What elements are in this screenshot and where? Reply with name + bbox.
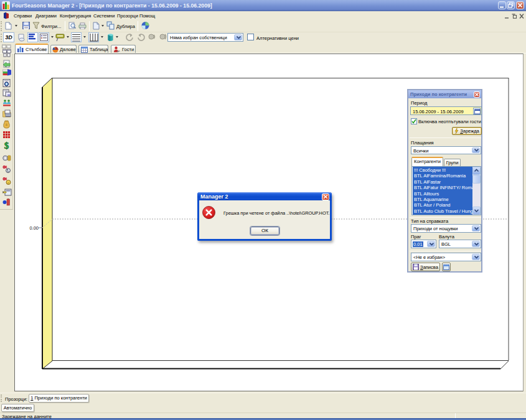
svg-text:$: $ — [4, 141, 9, 150]
svg-text:0.00: 0.00 — [29, 225, 39, 231]
svg-text:c: c — [7, 181, 9, 185]
